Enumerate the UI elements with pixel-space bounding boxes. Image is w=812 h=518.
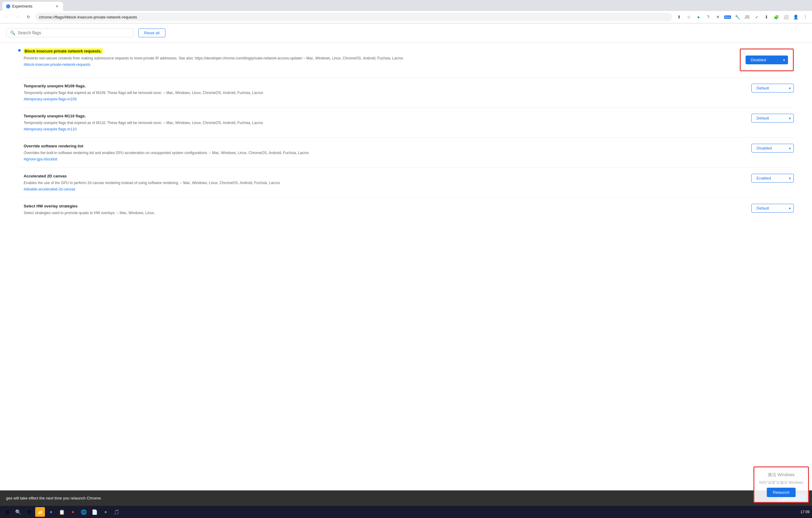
flag-spacer-gpu	[18, 145, 21, 147]
search-box-container: 🔍	[6, 28, 134, 37]
flag-link-gpu[interactable]: #ignore-gpu-blocklist	[24, 157, 57, 161]
taskbar-item-6[interactable]: 📄	[90, 507, 99, 517]
select-wrapper-hw: Default Disabled Enabled ▼	[751, 204, 794, 213]
flag-title-canvas: Accelerated 2D canvas	[24, 174, 739, 178]
flag-link-m109[interactable]: #temporary-unexpire-flags-m109	[24, 97, 77, 101]
flag-item-gpu-blocklist: Override software rendering list Overrid…	[18, 138, 794, 168]
flag-select-block-insecure[interactable]: Default Disabled Enabled	[746, 56, 788, 64]
flag-spacer-m110	[18, 115, 21, 117]
flag-item-hw-overlay: Select HW overlay strategies Select stra…	[18, 198, 794, 223]
flag-title-block-insecure: Block insecure private network requests.	[24, 49, 728, 54]
windows-activate-sub: 转到"设置"以激活 Windows	[759, 480, 803, 485]
extension-button-4[interactable]: ⬇	[762, 13, 771, 21]
taskbar-file-explorer[interactable]: 📁	[35, 507, 45, 517]
taskbar-item-3[interactable]: 📋	[57, 507, 67, 517]
flag-control-m110: Default Disabled Enabled ▼	[751, 114, 794, 123]
search-flags-input[interactable]	[18, 30, 129, 35]
taskbar-task-view[interactable]: ⧉	[24, 507, 34, 517]
flag-item-block-insecure: Block insecure private network requests.…	[18, 42, 794, 78]
flag-spacer-canvas	[18, 175, 21, 177]
active-tab[interactable]: Experiments ✕	[2, 2, 63, 11]
flag-item-m109: Temporarily unexpire M109 flags. Tempora…	[18, 78, 794, 108]
flag-description-m110: Temporarily unexpire flags that expired …	[24, 120, 739, 126]
flag-link-canvas[interactable]: #disable-accelerated-2d-canvas	[24, 187, 75, 191]
relaunch-button-watermark-area[interactable]: Relaunch	[767, 488, 795, 497]
flag-description-gpu: Overrides the built-in software renderin…	[24, 150, 739, 156]
page-content: 🔍 Reset all Block insecure private netwo…	[0, 23, 812, 506]
flag-select-m110[interactable]: Default Disabled Enabled	[751, 114, 794, 123]
windows-activate-text: 激活 Windows	[768, 472, 795, 478]
flag-active-dot	[18, 49, 21, 52]
flag-control-gpu: Default Disabled Enabled ▼	[751, 144, 794, 153]
taskbar-item-4[interactable]: ●	[68, 507, 78, 517]
forward-button[interactable]: →	[13, 13, 22, 21]
flag-spacer-m109	[18, 85, 21, 87]
flag-info-m110: Temporarily unexpire M110 flags. Tempora…	[24, 114, 739, 131]
flag-spacer-hw	[18, 205, 21, 208]
flag-description-hw: Select strategies used to promote quads …	[24, 210, 739, 216]
toolbar-actions: ⬆ ☆ ● ? ✕ New 🔧 JS ✓ ⬇ 🧩 ⬜ 👤 ⋮	[675, 13, 810, 21]
notification-text: ges will take effect the next time you r…	[6, 496, 102, 500]
tab-bar: Experiments ✕	[0, 0, 812, 11]
taskbar-chrome[interactable]: ●	[46, 507, 56, 517]
flag-description-canvas: Enables the use of the GPU to perform 2d…	[24, 180, 739, 186]
taskbar-item-7[interactable]: ●	[101, 507, 111, 517]
reset-all-button[interactable]: Reset all	[138, 29, 165, 37]
share-button[interactable]: ⬆	[675, 13, 683, 21]
flag-link-m110[interactable]: #temporary-unexpire-flags-m110	[24, 127, 77, 131]
profile-circle-green[interactable]: ●	[694, 13, 703, 21]
taskbar-start-button[interactable]: ⊞	[2, 507, 12, 517]
help-button[interactable]: ?	[704, 13, 713, 21]
flag-link-block-insecure[interactable]: #block-insecure-private-network-requests	[24, 62, 90, 67]
flag-title-hw: Select HW overlay strategies	[24, 204, 739, 208]
flag-select-m109[interactable]: Default Disabled Enabled	[751, 84, 794, 92]
browser-chrome: Experiments ✕ ← → ↻ ⬆ ☆ ● ? ✕ New 🔧 JS ✓…	[0, 0, 812, 23]
close-button[interactable]: ✕	[714, 13, 722, 21]
flag-description-m109: Temporarily unexpire flags that expired …	[24, 90, 739, 95]
back-button[interactable]: ←	[2, 13, 11, 21]
flag-select-gpu[interactable]: Default Disabled Enabled	[751, 144, 794, 153]
taskbar-item-5[interactable]: 🌐	[79, 507, 89, 517]
flag-item-canvas: Accelerated 2D canvas Enables the use of…	[18, 168, 794, 198]
taskbar-right: 17:09	[801, 510, 810, 514]
flag-info-hw: Select HW overlay strategies Select stra…	[24, 204, 739, 217]
tab-title: Experiments	[12, 4, 53, 8]
flag-info-canvas: Accelerated 2D canvas Enables the use of…	[24, 174, 739, 191]
flag-control-canvas: Default Disabled Enabled ▼	[751, 174, 794, 183]
flag-control-hw: Default Disabled Enabled ▼	[751, 204, 794, 213]
select-wrapper-m109: Default Disabled Enabled ▼	[751, 84, 794, 92]
flags-header: 🔍 Reset all	[0, 23, 812, 42]
flag-title-text: Block insecure private network requests.	[24, 49, 103, 54]
new-feature-button[interactable]: New	[723, 13, 732, 21]
flag-control-m109: Default Disabled Enabled ▼	[751, 84, 794, 92]
extension-button-1[interactable]: 🔧	[733, 13, 742, 21]
tab-favicon	[6, 4, 10, 8]
window-button[interactable]: ⬜	[782, 13, 790, 21]
flag-title-m109: Temporarily unexpire M109 flags.	[24, 84, 739, 88]
tab-close-button[interactable]: ✕	[55, 4, 59, 9]
extensions-button[interactable]: 🧩	[772, 13, 780, 21]
flag-title-m110: Temporarily unexpire M110 flags.	[24, 114, 739, 118]
taskbar: ⊞ 🔍 ⧉ 📁 ● 📋 ● 🌐 📄 ● 🎵 17:09	[0, 506, 812, 518]
extension-button-3[interactable]: ✓	[753, 13, 761, 21]
extension-button-2[interactable]: JS	[743, 13, 751, 21]
select-wrapper-block-insecure: Default Disabled Enabled ▼	[746, 56, 788, 64]
select-wrapper-canvas: Default Disabled Enabled ▼	[751, 174, 794, 183]
address-bar-row: ← → ↻ ⬆ ☆ ● ? ✕ New 🔧 JS ✓ ⬇ 🧩 ⬜ 👤 ⋮	[0, 11, 812, 23]
reload-button[interactable]: ↻	[24, 13, 33, 21]
flag-item-m110: Temporarily unexpire M110 flags. Tempora…	[18, 108, 794, 138]
profile-button[interactable]: 👤	[791, 13, 800, 21]
taskbar-item-8[interactable]: 🎵	[112, 507, 121, 517]
taskbar-search-button[interactable]: 🔍	[13, 507, 23, 517]
flag-info-block-insecure: Block insecure private network requests.…	[24, 49, 728, 67]
flag-info-m109: Temporarily unexpire M109 flags. Tempora…	[24, 84, 739, 101]
address-input[interactable]	[35, 13, 672, 21]
flag-select-canvas[interactable]: Default Disabled Enabled	[751, 174, 794, 183]
search-icon: 🔍	[10, 30, 15, 35]
menu-button[interactable]: ⋮	[801, 13, 810, 21]
flag-title-gpu: Override software rendering list	[24, 144, 739, 148]
select-wrapper-m110: Default Disabled Enabled ▼	[751, 114, 794, 123]
windows-activation-area: 激活 Windows 转到"设置"以激活 Windows Relaunch	[753, 466, 809, 503]
flag-select-hw[interactable]: Default Disabled Enabled	[751, 204, 794, 213]
bookmark-button[interactable]: ☆	[685, 13, 693, 21]
